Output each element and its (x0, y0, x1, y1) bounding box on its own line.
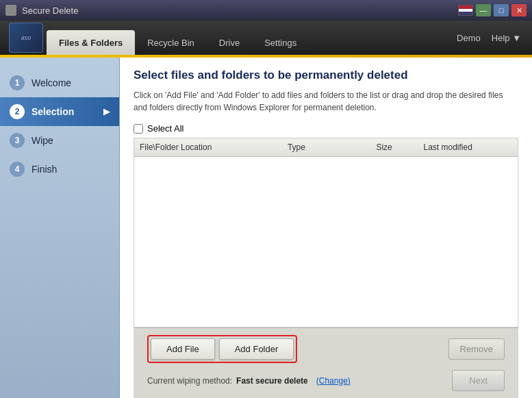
step-num-3: 3 (10, 133, 25, 148)
col-header-type: Type (288, 142, 377, 152)
file-table: File\Folder Location Type Size Last modi… (134, 138, 518, 327)
demo-link[interactable]: Demo (457, 33, 481, 43)
nav-tabs: Files & Folders Recycle Bin Drive Settin… (47, 21, 457, 55)
content-title: Select files and folders to be permanent… (134, 69, 518, 82)
select-all-checkbox[interactable] (134, 124, 143, 134)
chevron-right-icon: ▶ (103, 107, 110, 116)
window-title: Secure Delete (22, 5, 78, 16)
change-wipe-method-link[interactable]: (Change) (316, 376, 351, 386)
sidebar-item-welcome[interactable]: 1 Welcome (0, 69, 119, 97)
title-bar-controls: — □ ✕ (458, 4, 527, 16)
wipe-method-prefix: Current wiping method: (147, 376, 232, 386)
close-button[interactable]: ✕ (511, 4, 527, 16)
step-num-1: 1 (10, 75, 25, 90)
add-folder-button[interactable]: Add Folder (219, 338, 294, 360)
sidebar-item-wipe[interactable]: 3 Wipe (0, 126, 119, 155)
select-all-row: Select All (134, 123, 518, 134)
table-header: File\Folder Location Type Size Last modi… (134, 138, 518, 157)
logo: aso (5, 22, 47, 53)
tab-files-folders[interactable]: Files & Folders (47, 30, 135, 55)
content-description: Click on 'Add File' and 'Add Folder' to … (134, 89, 518, 114)
next-button[interactable]: Next (452, 370, 505, 391)
sidebar: 1 Welcome 2 Selection ▶ 3 Wipe 4 Finish (0, 58, 120, 398)
col-header-location: File\Folder Location (140, 142, 288, 152)
flag-icon (458, 5, 473, 16)
sidebar-label-finish: Finish (31, 164, 57, 175)
select-all-label[interactable]: Select All (147, 123, 183, 134)
sidebar-label-welcome: Welcome (31, 77, 71, 88)
wipe-method-row: Current wiping method: Fast secure delet… (147, 376, 351, 386)
add-file-button[interactable]: Add File (151, 338, 215, 360)
title-bar: Secure Delete — □ ✕ (0, 0, 532, 21)
table-body (134, 157, 518, 327)
tab-recycle-bin[interactable]: Recycle Bin (135, 30, 207, 55)
sidebar-item-finish[interactable]: 4 Finish (0, 155, 119, 184)
maximize-button[interactable]: □ (494, 4, 509, 16)
step-num-4: 4 (10, 162, 25, 177)
title-bar-left: Secure Delete (5, 5, 78, 16)
bottom-area: Add File Add Folder Remove Current wipin… (134, 327, 518, 398)
minimize-button[interactable]: — (476, 4, 491, 16)
logo-box: aso (9, 23, 43, 53)
help-link[interactable]: Help ▼ (492, 33, 521, 43)
logo-text: aso (21, 34, 31, 41)
sidebar-label-wipe: Wipe (31, 135, 53, 146)
col-header-modified: Last modified (423, 142, 512, 152)
step-num-2: 2 (10, 104, 25, 119)
nav-bar: aso Files & Folders Recycle Bin Drive Se… (0, 21, 532, 55)
main-container: 1 Welcome 2 Selection ▶ 3 Wipe 4 Finish … (0, 58, 532, 398)
col-header-size: Size (376, 142, 423, 152)
wipe-method-value: Fast secure delete (236, 376, 308, 386)
tab-settings[interactable]: Settings (252, 30, 309, 55)
nav-right: Demo Help ▼ (457, 33, 527, 43)
bottom-buttons-row: Add File Add Folder Remove (147, 335, 505, 363)
add-buttons-group: Add File Add Folder (147, 335, 297, 363)
sidebar-label-selection: Selection (31, 106, 74, 117)
remove-button[interactable]: Remove (448, 338, 505, 360)
tab-drive[interactable]: Drive (207, 30, 252, 55)
app-icon (5, 5, 16, 16)
content-panel: Select files and folders to be permanent… (120, 58, 532, 398)
sidebar-item-selection[interactable]: 2 Selection ▶ (0, 97, 119, 126)
bottom-row-2: Current wiping method: Fast secure delet… (147, 370, 505, 391)
